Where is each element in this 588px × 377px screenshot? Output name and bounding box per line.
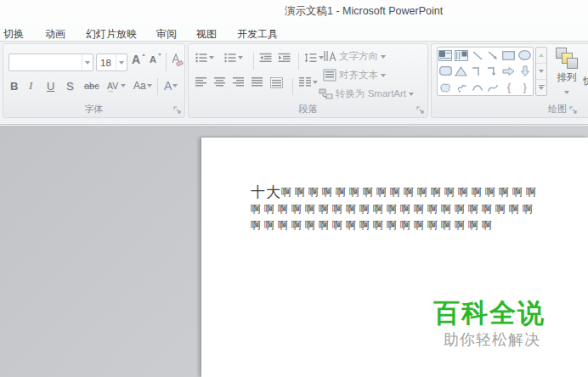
decrease-indent-button[interactable] <box>259 53 272 63</box>
italic-label: I <box>29 79 32 93</box>
shape-oval[interactable] <box>517 48 533 64</box>
shape-left-brace[interactable]: { <box>501 79 517 95</box>
align-center-icon <box>214 77 225 87</box>
window-title: 演示文稿1 - Microsoft PowerPoint <box>285 4 443 19</box>
tab-view[interactable]: 视图 <box>194 25 219 43</box>
shape-rectangle[interactable] <box>501 48 517 64</box>
shape-curve[interactable] <box>485 79 501 95</box>
text-direction-button[interactable]: 文字方向 <box>323 50 386 63</box>
numbering-button[interactable] <box>224 53 243 63</box>
tab-transitions[interactable]: 切换 <box>1 25 26 43</box>
tab-developer[interactable]: 开发工具 <box>235 25 280 43</box>
shapes-gallery: { } <box>437 47 534 96</box>
tab-slideshow[interactable]: 幻灯片放映 <box>83 25 139 43</box>
shape-right-brace[interactable]: } <box>517 79 533 95</box>
shape-right-arrow[interactable] <box>501 64 517 80</box>
columns-button[interactable] <box>299 77 318 87</box>
increase-indent-button[interactable] <box>278 53 291 63</box>
underline-label: U <box>47 80 54 93</box>
strikethrough-button[interactable]: abc <box>84 77 99 94</box>
change-case-button[interactable]: Aa <box>133 77 152 94</box>
tab-review[interactable]: 审阅 <box>154 25 179 43</box>
shrink-font-button[interactable]: A <box>150 54 161 65</box>
bullets-icon <box>195 53 207 63</box>
italic-button[interactable]: I <box>29 77 32 94</box>
strikethrough-label: abc <box>84 81 99 91</box>
clear-formatting-button[interactable] <box>170 53 184 68</box>
chevron-down-icon <box>172 84 178 87</box>
shape-triangle[interactable] <box>454 64 470 80</box>
font-name-combo[interactable] <box>8 53 93 71</box>
watermark-subtitle: 助你轻松解决 <box>444 329 540 350</box>
grow-font-button[interactable]: A <box>132 53 145 66</box>
align-left-button[interactable] <box>195 77 206 87</box>
slide-text-line: 啊啊啊啊啊啊啊啊啊啊啊啊啊啊啊啊啊啊啊啊啊 <box>251 201 540 218</box>
quick-styles-button-partial[interactable]: 快速样式 <box>583 75 588 87</box>
shape-elbow-arrow-connector[interactable] <box>485 64 501 80</box>
convert-smartart-button[interactable]: 转换为 SmartArt <box>319 87 414 100</box>
arrange-label: 排列 <box>551 71 583 84</box>
justify-button[interactable] <box>252 77 263 87</box>
align-text-button[interactable]: 对齐文本 <box>323 69 386 82</box>
chevron-down-icon <box>381 55 386 59</box>
arrange-button[interactable]: 排列 <box>551 48 583 107</box>
shape-line[interactable] <box>469 48 485 64</box>
grow-font-letter: A <box>132 53 140 66</box>
case-label: Aa <box>133 80 146 92</box>
shape-arrow[interactable] <box>485 48 501 64</box>
paragraph-dialog-launcher[interactable] <box>416 106 425 115</box>
shape-textbox-horizontal[interactable] <box>438 48 454 64</box>
shape-arc[interactable] <box>469 79 485 95</box>
font-size-dropdown[interactable] <box>116 54 127 70</box>
increase-indent-icon <box>278 53 291 63</box>
text-shadow-button[interactable]: S <box>66 77 74 94</box>
gallery-scroll-down-button[interactable] <box>536 64 546 80</box>
chevron-down-icon <box>539 87 544 90</box>
powerpoint-window: 演示文稿1 - Microsoft PowerPoint 切换 动画 幻灯片放映… <box>0 0 588 377</box>
shape-freeform[interactable] <box>438 79 454 95</box>
chevron-down-icon <box>539 70 544 73</box>
left-brace-glyph: { <box>507 81 511 93</box>
text-direction-label: 文字方向 <box>339 50 378 63</box>
slide-text-block[interactable]: 十大啊啊啊啊啊啊啊啊啊啊啊啊啊啊啊啊啊啊啊 啊啊啊啊啊啊啊啊啊啊啊啊啊啊啊啊啊啊… <box>251 184 540 234</box>
align-center-button[interactable] <box>214 77 225 87</box>
underline-button[interactable]: U <box>47 77 54 94</box>
distribute-text-button[interactable] <box>270 77 283 88</box>
shrink-font-letter: A <box>150 54 156 65</box>
tab-animations[interactable]: 动画 <box>42 25 68 43</box>
clear-formatting-icon <box>170 53 184 68</box>
line-spacing-button[interactable] <box>304 53 324 63</box>
divider <box>166 53 167 71</box>
font-name-dropdown[interactable] <box>82 54 93 70</box>
more-bar-icon <box>539 85 545 86</box>
font-size-combo[interactable]: 18 <box>96 53 127 71</box>
slide-text-rest: 啊啊啊啊啊啊啊啊啊啊啊啊啊啊啊啊啊啊啊 <box>281 186 540 198</box>
shape-textbox-vertical[interactable] <box>454 48 470 64</box>
justify-icon <box>252 77 263 87</box>
slide-canvas[interactable]: 十大啊啊啊啊啊啊啊啊啊啊啊啊啊啊啊啊啊啊啊 啊啊啊啊啊啊啊啊啊啊啊啊啊啊啊啊啊啊… <box>201 138 588 377</box>
title-bar: 演示文稿1 - Microsoft PowerPoint <box>0 0 588 22</box>
font-dialog-launcher[interactable] <box>173 106 182 115</box>
font-color-button[interactable]: A <box>164 77 178 94</box>
shadow-label: S <box>66 80 74 93</box>
shape-down-arrow[interactable] <box>517 64 533 80</box>
bold-button[interactable]: B <box>10 77 18 94</box>
bullets-button[interactable] <box>195 53 214 63</box>
slide-text-line: 十大啊啊啊啊啊啊啊啊啊啊啊啊啊啊啊啊啊啊啊 <box>251 184 540 201</box>
decrease-indent-icon <box>259 53 272 63</box>
ribbon: 18 A A B I U S abc AV↔ <box>0 42 588 125</box>
slide-text-rest: 啊啊啊啊啊啊啊啊啊啊啊啊啊啊啊啊啊啊啊啊啊 <box>251 203 536 215</box>
chevron-down-icon <box>564 91 569 94</box>
gallery-scroll-up-button[interactable] <box>536 48 546 64</box>
slide-text-line: 啊啊啊啊啊啊啊啊啊啊啊啊啊啊啊啊啊啊 <box>251 217 540 234</box>
drawing-dialog-launcher[interactable] <box>569 106 578 115</box>
gallery-more-button[interactable] <box>536 80 546 95</box>
shapes-gallery-scrollbar <box>535 47 547 96</box>
shape-elbow-connector[interactable] <box>469 64 485 80</box>
grow-font-icon <box>142 53 145 56</box>
align-right-button[interactable] <box>233 77 244 87</box>
shape-rounded-rectangle[interactable] <box>438 64 454 80</box>
font-size-value: 18 <box>97 58 116 68</box>
align-text-label: 对齐文本 <box>339 69 378 82</box>
shape-scribble[interactable] <box>454 79 470 95</box>
